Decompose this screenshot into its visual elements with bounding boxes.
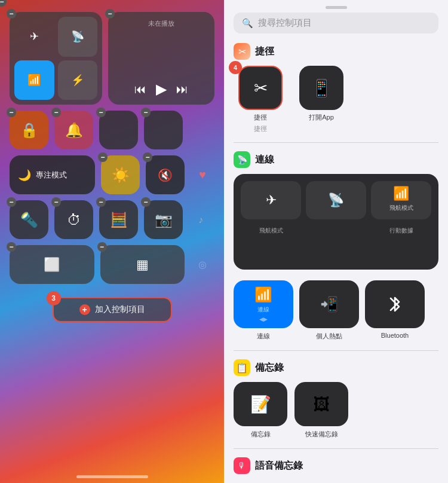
conn-airdrop[interactable]: 📡: [306, 181, 366, 219]
focus-label: 專注模式: [36, 170, 67, 181]
notes-grid: 📝 備忘錄 🖼 快速備忘錄: [224, 382, 448, 448]
wifi-label: 連線: [257, 332, 270, 341]
shortcut-item-1[interactable]: 4 ✂ 捷徑 捷徑: [234, 66, 287, 133]
flashlight-btn[interactable]: − 🔦: [10, 200, 48, 239]
airplane-icon: ✈: [266, 192, 277, 208]
notes-label-1: 備忘錄: [251, 430, 271, 439]
bell-minus[interactable]: −: [51, 108, 61, 117]
shortcuts-section-header: ✂ 捷徑: [224, 43, 448, 66]
qr-btn[interactable]: − ▦: [100, 245, 185, 284]
search-bar[interactable]: 🔍 搜尋控制項目: [234, 13, 438, 33]
sun-minus[interactable]: −: [98, 152, 108, 162]
extra-toggle[interactable]: −: [144, 111, 183, 149]
shortcut-label-1: 捷徑: [254, 114, 267, 121]
screen-mirror-btn[interactable]: − ⬜: [10, 245, 94, 284]
wifi-icon-box: 📶 連線 ◀▶: [234, 280, 293, 328]
calc-btn[interactable]: − 🧮: [99, 200, 138, 239]
wifi-toggle[interactable]: 📶: [14, 60, 54, 100]
media-minus-badge[interactable]: −: [105, 9, 115, 19]
notes-item-2[interactable]: 🖼 快速備忘錄: [294, 382, 348, 439]
notes-section-header: 📋 備忘錄: [224, 359, 448, 382]
conn-airplane[interactable]: ✈: [241, 181, 301, 219]
plus-icon: +: [79, 304, 90, 315]
prev-icon[interactable]: ⏮: [134, 82, 146, 96]
airdrop-label-2: [306, 224, 366, 262]
timer-minus[interactable]: −: [51, 197, 61, 207]
sun-toggle[interactable]: − ☀️: [101, 155, 140, 194]
moon-minus[interactable]: −: [96, 108, 106, 117]
cam-minus[interactable]: −: [141, 197, 151, 207]
conn-grid: ✈ 📡 📶 飛航模式 飛航模式 行動數據: [241, 181, 431, 262]
mute-minus[interactable]: −: [143, 152, 152, 162]
mirror-minus[interactable]: −: [7, 242, 16, 252]
music-note: ♪: [189, 200, 213, 239]
row-icons-1: − 🔒 − 🔔 − −: [10, 111, 214, 149]
minus-badge[interactable]: −: [7, 9, 16, 19]
flash-minus[interactable]: −: [7, 197, 16, 207]
cellular-label: 飛航模式: [389, 204, 413, 212]
calc-minus[interactable]: −: [96, 197, 106, 207]
voice-section-header: 🎙 語音備忘錄: [224, 457, 448, 480]
connectivity-widget: ✈ 📡 📶 飛航模式 飛航模式 行動數據: [234, 174, 438, 270]
focus-mode-btn[interactable]: − 🌙 專注模式: [10, 155, 95, 194]
conn-row2: 📶 連線 ◀▶ 連線 📲 個人熱點 Bluetooth: [224, 274, 448, 350]
notes-icon-1: 📝: [234, 382, 287, 426]
notes-section-label: 備忘錄: [255, 362, 284, 374]
hotspot-group[interactable]: 📲 個人熱點: [299, 280, 359, 341]
wifi-group[interactable]: 📶 連線 ◀▶ 連線: [234, 280, 293, 341]
connect-section-header: 📡 連線: [224, 151, 448, 174]
shortcuts-section-label: 捷徑: [255, 45, 274, 58]
airdrop-toggle[interactable]: 📡: [58, 17, 98, 57]
media-title: 未在播放: [115, 19, 207, 28]
focus-row: − 🌙 專注模式 − ☀️ − 🔇 ♥: [10, 155, 214, 194]
cellular-label-2: 行動數據: [371, 224, 431, 262]
voice-section-label: 語音備忘錄: [255, 460, 303, 472]
focus-minus[interactable]: −: [0, 0, 7, 7]
notes-icon-2: 🖼: [294, 382, 348, 426]
timer-btn[interactable]: − ⏱: [54, 200, 93, 239]
lock-toggle[interactable]: − 🔒: [10, 111, 48, 149]
heart-icon: ♥: [191, 155, 214, 194]
divider-1: [234, 142, 438, 143]
step4-badge: 4: [229, 61, 242, 74]
extra-minus[interactable]: −: [141, 108, 151, 117]
shortcut-sublabel-1: 捷徑: [254, 125, 267, 133]
home-indicator: [76, 475, 148, 478]
hotspot-icon-box: 📲: [299, 280, 359, 328]
media-controls: ⏮ ▶ ⏭: [115, 81, 207, 97]
media-widget: − 未在播放 ⏮ ▶ ⏭: [108, 12, 214, 105]
connect-section-label: 連線: [255, 154, 274, 166]
airplane-toggle[interactable]: ✈: [14, 17, 54, 57]
top-row: − ✈ 📡 📶 ⚡ − 未在播放 ⏮ ▶ ⏭: [10, 12, 214, 105]
lock-minus[interactable]: −: [7, 108, 16, 117]
add-control-button[interactable]: 3 + 加入控制項目: [53, 297, 172, 322]
shortcut-item-2[interactable]: 📱 打開App: [294, 66, 348, 133]
add-btn-label: 加入控制項目: [95, 304, 145, 315]
bluetooth-toggle[interactable]: ⚡: [58, 60, 98, 100]
bottom-row: − ⬜ − ▦ ◎: [10, 245, 214, 284]
search-icon: 🔍: [242, 18, 253, 29]
camera-btn[interactable]: − 📷: [144, 200, 183, 239]
next-icon[interactable]: ⏭: [176, 82, 188, 96]
left-content: − ✈ 📡 📶 ⚡ − 未在播放 ⏮ ▶ ⏭: [0, 0, 224, 334]
notes-section-icon: 📋: [234, 359, 250, 376]
divider-2: [234, 350, 438, 351]
conn-cellular[interactable]: 📶 飛航模式: [371, 181, 431, 219]
qr-minus[interactable]: −: [97, 242, 107, 252]
shortcuts-grid: 4 ✂ 捷徑 捷徑 📱 打開App: [224, 66, 448, 142]
bluetooth-group[interactable]: Bluetooth: [365, 280, 425, 341]
bell-toggle[interactable]: − 🔔: [54, 111, 93, 149]
notes-item-1[interactable]: 📝 備忘錄: [234, 382, 287, 439]
drag-handle[interactable]: [224, 0, 448, 13]
airdrop-icon: 📡: [328, 192, 344, 208]
hotspot-label: 個人熱點: [316, 332, 342, 341]
bluetooth-label: Bluetooth: [381, 332, 409, 339]
drag-bar: [326, 6, 347, 9]
tools-row: − 🔦 − ⏱ − 🧮 − 📷 ♪: [10, 200, 214, 239]
search-placeholder: 搜尋控制項目: [258, 17, 312, 29]
moon-toggle[interactable]: −: [99, 111, 138, 149]
step3-badge: 3: [47, 291, 61, 305]
mute-toggle[interactable]: − 🔇: [146, 155, 185, 194]
play-icon[interactable]: ▶: [156, 81, 167, 97]
shortcut-icon-2: 📱: [299, 66, 343, 110]
